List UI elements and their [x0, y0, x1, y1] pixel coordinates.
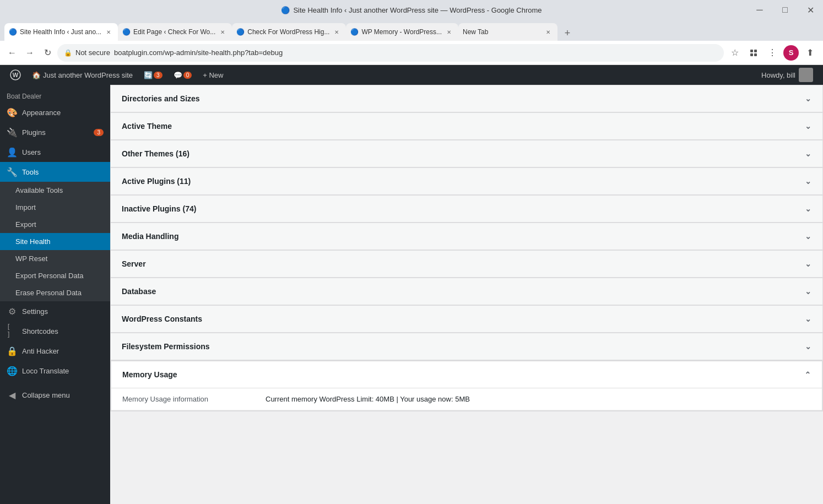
tab-new-tab[interactable]: New Tab ✕	[458, 23, 557, 41]
new-tab-button[interactable]: +	[560, 25, 575, 41]
plugins-badge: 3	[94, 129, 104, 136]
tab-close-3[interactable]: ✕	[332, 27, 342, 37]
accordion-directories: Directories and Sizes ⌄	[110, 85, 823, 112]
accordion-active-plugins-chevron: ⌄	[805, 177, 811, 186]
import-label: Import	[15, 203, 36, 212]
site-name-text: Just another WordPress site	[43, 71, 133, 79]
updates-icon: 🔄	[144, 71, 153, 79]
wp-logo-icon: W	[10, 69, 21, 80]
accordion-wp-constants-header[interactable]: WordPress Constants ⌄	[111, 306, 822, 332]
close-button[interactable]: ✕	[798, 0, 823, 20]
tab-close-5[interactable]: ✕	[543, 27, 553, 37]
accordion-database-chevron: ⌄	[805, 287, 811, 296]
accordion-directories-header[interactable]: Directories and Sizes ⌄	[111, 85, 822, 112]
accordion-server: Server ⌄	[110, 250, 823, 278]
accordion-active-plugins-label: Active Plugins (11)	[122, 177, 191, 186]
forward-button[interactable]: →	[22, 45, 37, 61]
sidebar-item-users-label: Users	[22, 148, 41, 156]
browser-toolbar-icons: ☆ ⋮ S ⬆	[726, 44, 819, 62]
tab-close-2[interactable]: ✕	[218, 27, 228, 37]
tab-site-health[interactable]: 🔵 Site Health Info ‹ Just ano... ✕	[4, 23, 118, 41]
sidebar-item-loco-translate[interactable]: 🌐 Loco Translate	[0, 361, 110, 381]
sidebar-item-users[interactable]: 👤 Users	[0, 142, 110, 162]
wp-logo-item[interactable]: W	[4, 65, 26, 85]
admin-bar-howdy[interactable]: Howdy, bill	[756, 65, 819, 85]
accordion-active-plugins-header[interactable]: Active Plugins (11) ⌄	[111, 168, 822, 194]
tab-wp-memory[interactable]: 🔵 WP Memory - WordPress... ✕	[346, 23, 458, 41]
chrome-favicon: 🔵	[281, 6, 290, 14]
chrome-title: Site Health Info ‹ Just another WordPres…	[293, 6, 542, 14]
svg-rect-0	[750, 50, 753, 52]
tab-title-2: Edit Page ‹ Check For Wo...	[133, 28, 215, 36]
tab-favicon-4: 🔵	[350, 28, 358, 36]
reload-button[interactable]: ↻	[40, 45, 55, 61]
accordion-inactive-plugins-header[interactable]: Inactive Plugins (74) ⌄	[111, 196, 822, 222]
protocol-label: Not secure	[75, 48, 110, 57]
site-health-label: Site Health	[15, 237, 51, 246]
sidebar-item-anti-hacker[interactable]: 🔒 Anti Hacker	[0, 341, 110, 361]
accordion-media-handling-header[interactable]: Media Handling ⌄	[111, 223, 822, 250]
star-icon[interactable]: ☆	[726, 44, 744, 62]
sidebar-item-settings[interactable]: ⚙ Settings	[0, 301, 110, 321]
tab-check-wordpress[interactable]: 🔵 Check For WordPress Hig... ✕	[232, 23, 346, 41]
tab-edit-page[interactable]: 🔵 Edit Page ‹ Check For Wo... ✕	[118, 23, 232, 41]
url-text	[110, 48, 114, 57]
sidebar-item-wp-reset[interactable]: WP Reset	[0, 250, 110, 267]
sidebar-item-plugins[interactable]: 🔌 Plugins 3	[0, 122, 110, 142]
update-icon[interactable]: ⬆	[801, 44, 819, 62]
accordion-other-themes-label: Other Themes (16)	[122, 149, 189, 158]
accordion-directories-label: Directories and Sizes	[122, 94, 200, 103]
sidebar-item-tools[interactable]: 🔧 Tools	[0, 162, 110, 182]
admin-bar-new[interactable]: + New	[197, 65, 229, 85]
export-personal-data-label: Export Personal Data	[15, 272, 84, 280]
admin-bar-updates[interactable]: 🔄 3	[138, 65, 168, 85]
accordion-active-theme-header[interactable]: Active Theme ⌄	[111, 113, 822, 139]
sidebar-item-shortcodes-label: Shortcodes	[22, 327, 58, 335]
tab-close-4[interactable]: ✕	[444, 27, 454, 37]
accordion-inactive-plugins-chevron: ⌄	[805, 204, 811, 213]
accordion-filesystem-header[interactable]: Filesystem Permissions ⌄	[111, 333, 822, 360]
accordion-memory-usage-chevron: ⌄	[804, 370, 811, 379]
collapse-label: Collapse menu	[22, 391, 70, 399]
accordion-memory-usage-header[interactable]: Memory Usage ⌄	[111, 361, 822, 388]
address-bar[interactable]: 🔒 Not secure boatplugin.com/wp-admin/sit…	[57, 44, 724, 62]
export-label: Export	[15, 220, 36, 229]
chrome-addressbar: ← → ↻ 🔒 Not secure boatplugin.com/wp-adm…	[0, 41, 823, 65]
accordion-media-handling-chevron: ⌄	[805, 232, 811, 241]
accordion-other-themes-header[interactable]: Other Themes (16) ⌄	[111, 140, 822, 167]
sidebar-item-appearance[interactable]: 🎨 Appearance	[0, 102, 110, 122]
chrome-tabs-bar: 🔵 Site Health Info ‹ Just ano... ✕ 🔵 Edi…	[0, 20, 823, 41]
extensions-icon[interactable]	[745, 44, 762, 62]
chrome-titlebar: 🔵 Site Health Info ‹ Just another WordPr…	[0, 0, 823, 20]
svg-text:W: W	[13, 72, 19, 78]
accordion-filesystem-label: Filesystem Permissions	[122, 342, 210, 351]
sidebar-item-shortcodes[interactable]: [ ] Shortcodes	[0, 321, 110, 341]
minimize-button[interactable]: ─	[747, 0, 772, 20]
chrome-settings-icon[interactable]: ⋮	[764, 44, 781, 62]
back-button[interactable]: ←	[4, 45, 20, 61]
boat-dealer-label: Boat Dealer	[7, 93, 41, 100]
profile-initial: S	[783, 45, 799, 61]
accordion-server-header[interactable]: Server ⌄	[111, 251, 822, 277]
sidebar: Boat Dealer 🎨 Appearance 🔌 Plugins 3 👤 U…	[0, 85, 110, 504]
sidebar-item-export-personal-data[interactable]: Export Personal Data	[0, 267, 110, 284]
sidebar-site-title[interactable]: Boat Dealer	[0, 87, 110, 102]
plugins-icon: 🔌	[7, 127, 18, 138]
sidebar-item-export[interactable]: Export	[0, 216, 110, 233]
maximize-button[interactable]: □	[772, 0, 798, 20]
accordion-active-plugins: Active Plugins (11) ⌄	[110, 167, 823, 195]
sidebar-item-erase-personal-data[interactable]: Erase Personal Data	[0, 284, 110, 301]
sidebar-item-available-tools[interactable]: Available Tools	[0, 182, 110, 199]
accordion-database-header[interactable]: Database ⌄	[111, 278, 822, 305]
admin-avatar	[799, 68, 813, 82]
new-label: + New	[203, 71, 223, 79]
tab-title-3: Check For WordPress Hig...	[247, 28, 329, 36]
profile-avatar[interactable]: S	[782, 44, 800, 62]
sidebar-item-plugins-label: Plugins	[22, 128, 46, 137]
sidebar-collapse-menu[interactable]: ◀ Collapse menu	[0, 381, 110, 405]
admin-bar-comments[interactable]: 💬 0	[168, 65, 198, 85]
admin-bar-site-name[interactable]: 🏠 Just another WordPress site	[26, 65, 138, 85]
sidebar-item-site-health[interactable]: Site Health	[0, 233, 110, 250]
sidebar-item-import[interactable]: Import	[0, 199, 110, 216]
tab-close-1[interactable]: ✕	[104, 27, 113, 37]
